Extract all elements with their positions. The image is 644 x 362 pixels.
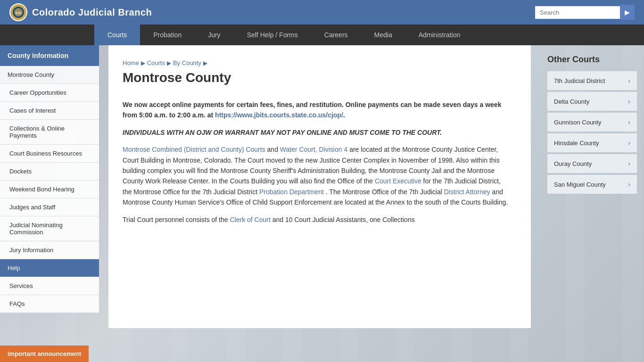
nav-item-selfhelp[interactable]: Self Help / Forms	[234, 25, 311, 45]
breadcrumb-home[interactable]: Home	[123, 59, 139, 66]
site-title: Colorado Judicial Branch	[32, 7, 152, 18]
breadcrumb-by-county[interactable]: By County	[173, 59, 201, 66]
sidebar-item-services[interactable]: Services	[0, 277, 99, 295]
nav-item-courts[interactable]: Courts	[94, 25, 140, 45]
chevron-right-icon: ›	[628, 77, 630, 84]
chevron-right-icon: ›	[628, 181, 630, 188]
court-item-san-miguel[interactable]: San Miguel County ›	[547, 175, 637, 194]
sidebar-item-montrose-county[interactable]: Montrose County	[0, 66, 99, 84]
sidebar-item-judicial-nominating[interactable]: Judicial Nominating Commission	[0, 216, 99, 241]
chevron-right-icon: ›	[628, 160, 630, 167]
chevron-right-icon: ›	[628, 98, 630, 105]
nav-item-careers[interactable]: Careers	[311, 25, 361, 45]
montrose-combined-link[interactable]: Montrose Combined (District and County) …	[123, 146, 265, 153]
main-nav: Courts Probation Jury Self Help / Forms …	[0, 25, 644, 45]
district-attorney-link[interactable]: District Attorney	[444, 188, 490, 196]
header: CO Colorado Judicial Branch ▶	[0, 0, 644, 25]
nav-item-probation[interactable]: Probation	[140, 25, 195, 45]
sidebar-item-jury-info[interactable]: Jury Information	[0, 241, 99, 259]
sidebar-item-career-opportunities[interactable]: Career Opportunities	[0, 84, 99, 102]
search-button[interactable]: ▶	[620, 5, 635, 20]
logo-icon: CO	[9, 3, 27, 21]
intro-paragraph: We now accept online payments for certai…	[123, 99, 509, 121]
court-executive-link[interactable]: Court Executive	[375, 177, 421, 185]
main-content: Home ▶ Courts ▶ By County ▶ Montrose Cou…	[99, 45, 540, 362]
sidebar-item-help[interactable]: Help	[0, 259, 99, 277]
search-area: ▶	[535, 5, 635, 20]
probation-link[interactable]: Probation Department	[259, 188, 324, 196]
content-area: Home ▶ Courts ▶ By County ▶ Montrose Cou…	[99, 45, 644, 362]
location-paragraph: Montrose Combined (District and County) …	[123, 144, 509, 207]
nav-item-jury[interactable]: Jury	[195, 25, 233, 45]
other-courts-title: Other Courts	[547, 55, 637, 65]
breadcrumb-sep-3: ▶	[203, 60, 207, 66]
sidebar-item-weekend-bond[interactable]: Weekend Bond Hearing	[0, 181, 99, 198]
trial-court-paragraph: Trial Court personnel consists of the Cl…	[123, 214, 509, 225]
water-court-link[interactable]: Water Court, Division 4	[280, 146, 347, 153]
svg-text:CO: CO	[16, 11, 21, 15]
sidebar-item-faqs[interactable]: FAQs	[0, 295, 99, 313]
breadcrumb-courts[interactable]: Courts	[147, 59, 165, 66]
cjop-link[interactable]: https://www.jbits.courts.state.co.us/cjo…	[215, 111, 343, 119]
sidebar-item-court-business[interactable]: Court Business Resources	[0, 145, 99, 163]
other-courts-panel: Other Courts 7th Judicial District › Del…	[540, 45, 644, 362]
sidebar-header: County Information	[0, 45, 99, 66]
content-body: We now accept online payments for certai…	[123, 99, 509, 225]
nav-item-media[interactable]: Media	[361, 25, 405, 45]
sidebar-item-judges[interactable]: Judges and Staff	[0, 198, 99, 216]
search-input[interactable]	[535, 6, 620, 19]
breadcrumb: Home ▶ Courts ▶ By County ▶	[123, 55, 517, 70]
intro-bold-text: We now accept online payments for certai…	[123, 101, 501, 119]
chevron-right-icon: ›	[628, 139, 630, 147]
logo[interactable]: CO Colorado Judicial Branch	[9, 3, 152, 21]
page-title: Montrose County	[123, 70, 517, 90]
breadcrumb-sep-1: ▶	[141, 60, 145, 66]
court-item-ouray[interactable]: Ouray County ›	[547, 154, 637, 173]
sidebar: County Information Montrose County Caree…	[0, 45, 99, 362]
nav-item-administration[interactable]: Administration	[405, 25, 474, 45]
court-item-gunnison[interactable]: Gunnison County ›	[547, 113, 637, 132]
court-item-7th-judicial[interactable]: 7th Judicial District ›	[547, 71, 637, 90]
court-item-delta[interactable]: Delta County ›	[547, 92, 637, 111]
important-announcement-bar[interactable]: important announcement	[0, 346, 89, 362]
court-item-hinsdale[interactable]: Hinsdale County ›	[547, 133, 637, 152]
clerk-of-court-link[interactable]: Clerk of Court	[230, 216, 270, 223]
sidebar-item-dockets[interactable]: Dockets	[0, 163, 99, 181]
chevron-right-icon: ›	[628, 118, 630, 126]
warning-paragraph: INDIVIDUALS WITH AN OJW OR WARRANT MAY N…	[123, 127, 509, 138]
breadcrumb-sep-2: ▶	[167, 60, 171, 66]
sidebar-item-collections[interactable]: Collections & Online Payments	[0, 120, 99, 145]
content-card: Home ▶ Courts ▶ By County ▶ Montrose Cou…	[108, 45, 531, 328]
body-wrapper: County Information Montrose County Caree…	[0, 45, 644, 362]
sidebar-item-cases-of-interest[interactable]: Cases of Interest	[0, 102, 99, 120]
